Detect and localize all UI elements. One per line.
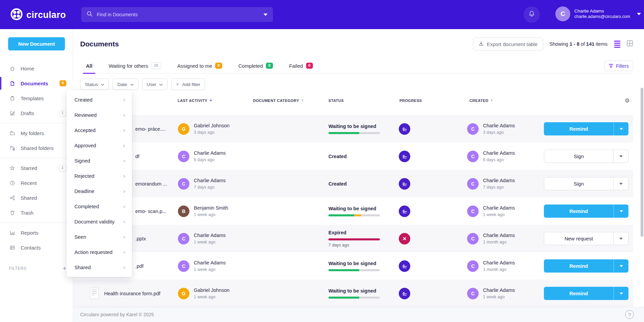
tab-assigned-to-me[interactable]: Assigned to me 0: [171, 58, 228, 73]
download-icon: [479, 41, 484, 47]
sidebar-item-templates[interactable]: Templates: [0, 91, 73, 106]
table-row[interactable]: df C Charlie Adams6 days ago Created C C…: [73, 143, 633, 170]
list-view-icon[interactable]: [614, 41, 620, 48]
document-name[interactable]: .pptx: [135, 236, 146, 241]
column-header-document-category[interactable]: DOCUMENT CATEGORY▲▼: [253, 99, 304, 103]
sign-button[interactable]: Sign: [544, 177, 628, 190]
sidebar-item-shared[interactable]: Shared: [0, 190, 73, 205]
tab-completed[interactable]: Completed 0: [233, 58, 279, 73]
status-menu-item-deadline[interactable]: Deadline ›: [67, 184, 132, 199]
search-input[interactable]: [97, 12, 259, 17]
progress-bar: [328, 238, 380, 240]
new-document-button[interactable]: New Document: [8, 37, 65, 50]
circularo-logo[interactable]: circularo: [10, 8, 66, 22]
failed-icon[interactable]: ×: [399, 233, 410, 244]
status-menu-item-rejected[interactable]: Rejected ›: [67, 168, 132, 184]
tab-all[interactable]: All: [80, 58, 98, 73]
status-menu-item-reviewed[interactable]: Reviewed ›: [67, 107, 132, 123]
user-avatar: C: [555, 6, 570, 21]
status-menu-item-signed[interactable]: Signed ›: [67, 153, 132, 168]
status-menu-item-accepted[interactable]: Accepted ›: [67, 123, 132, 138]
filter-chip-status[interactable]: Status: [80, 79, 109, 90]
signature-icon[interactable]: [399, 206, 410, 217]
document-name[interactable]: df: [135, 154, 139, 159]
status-menu-item-created[interactable]: Created ›: [67, 92, 132, 107]
notifications-button[interactable]: [524, 6, 540, 23]
action-dropdown-caret[interactable]: [614, 122, 628, 135]
sidebar-item-contacts[interactable]: Contacts: [0, 240, 73, 255]
filter-chip-date[interactable]: Date: [113, 79, 138, 90]
grid-view-icon[interactable]: [626, 40, 633, 48]
help-button[interactable]: ?: [625, 310, 634, 319]
status-menu-item-seen[interactable]: Seen ›: [67, 229, 132, 244]
new-request-button[interactable]: New request: [544, 232, 628, 245]
column-header-status[interactable]: STATUS: [328, 99, 344, 103]
sidebar-item-home[interactable]: Home: [0, 61, 73, 76]
filter-chip-add-filter[interactable]: + Add filter: [171, 79, 205, 90]
count-badge: 0: [60, 80, 66, 86]
document-tabs: All Waiting for others 26 Assigned to me…: [80, 58, 633, 73]
action-dropdown-caret[interactable]: [614, 259, 628, 273]
remind-button[interactable]: Remind: [544, 205, 628, 218]
avatar: C: [178, 151, 189, 162]
status-menu-item-approved[interactable]: Approved ›: [67, 138, 132, 153]
remind-button[interactable]: Remind: [544, 122, 628, 135]
sidebar-item-my-folders[interactable]: My folders: [0, 126, 73, 141]
export-document-table-button[interactable]: Export document table: [473, 38, 543, 50]
column-header-progress[interactable]: PROGRESS: [399, 99, 422, 103]
document-name[interactable]: .pdf: [135, 263, 143, 269]
document-name[interactable]: emorandum ...: [135, 181, 167, 187]
filters-button[interactable]: Filters: [604, 61, 633, 71]
document-table: emo- práce.... G Gabriel Johnson3 days a…: [73, 115, 633, 307]
created-cell: C Charlie Adams3 days ago: [467, 115, 515, 143]
sign-button[interactable]: Sign: [544, 150, 628, 163]
table-row[interactable]: Health insurance form.pdf G Gabriel John…: [73, 280, 633, 307]
sidebar-item-drafts[interactable]: Drafts 1: [0, 106, 73, 121]
global-search[interactable]: [81, 7, 273, 22]
tab-waiting-for-others[interactable]: Waiting for others 26: [103, 58, 167, 73]
signature-icon[interactable]: [399, 151, 410, 162]
tab-failed[interactable]: Failed 0: [283, 58, 319, 73]
table-settings-gear-icon[interactable]: ⚙: [625, 97, 630, 104]
column-header-last-activity[interactable]: LAST ACTIVITY▼: [178, 99, 212, 103]
status-menu-item-action-requested[interactable]: Action requested ›: [67, 244, 132, 260]
action-dropdown-caret[interactable]: [614, 205, 628, 218]
table-row[interactable]: emorandum ... C Charlie Adams7 days ago …: [73, 170, 633, 197]
action-dropdown-caret[interactable]: [613, 232, 628, 245]
status-menu-item-shared[interactable]: Shared ›: [67, 260, 132, 275]
table-row[interactable]: emo- scan.p... B Benjamin Smith1 week ag…: [73, 197, 633, 225]
sidebar-item-starred[interactable]: Starred 1: [0, 160, 73, 175]
document-name[interactable]: Health insurance form.pdf: [104, 291, 160, 296]
remind-button[interactable]: Remind: [544, 259, 628, 273]
sidebar-item-trash[interactable]: Trash: [0, 205, 73, 220]
table-row[interactable]: emo- práce.... G Gabriel Johnson3 days a…: [73, 115, 633, 143]
search-scope-caret-icon[interactable]: [263, 14, 268, 16]
remind-button[interactable]: Remind: [544, 287, 628, 300]
action-dropdown-caret[interactable]: [613, 177, 628, 190]
signature-icon[interactable]: [399, 178, 410, 190]
document-name[interactable]: emo- práce....: [135, 126, 165, 132]
signature-icon[interactable]: [399, 288, 410, 299]
sidebar-item-documents[interactable]: Documents 0: [0, 76, 73, 91]
column-header-created[interactable]: CREATED▲▼: [469, 99, 493, 103]
sidebar-item-reports[interactable]: Reports: [0, 225, 73, 240]
document-name[interactable]: emo- scan.p...: [135, 209, 166, 214]
vertical-scrollbar[interactable]: [641, 88, 643, 237]
sidebar-item-recent[interactable]: Recent: [0, 175, 73, 190]
user-menu[interactable]: C Charlie Adams charlie.adams@circularo.…: [555, 6, 641, 21]
action-dropdown-caret[interactable]: [614, 287, 628, 300]
sidebar-item-shared-folders[interactable]: Shared folders: [0, 141, 73, 155]
add-filter-icon[interactable]: +: [63, 265, 66, 272]
action-dropdown-caret[interactable]: [613, 150, 628, 163]
table-row[interactable]: .pptx C Charlie Adams1 week ago Expired …: [73, 225, 633, 252]
signature-icon[interactable]: [399, 123, 410, 135]
documents-icon: [9, 81, 15, 86]
filter-chip-user[interactable]: User: [142, 79, 168, 90]
table-row[interactable]: .pdf C Charlie Adams1 week ago Waiting t…: [73, 252, 633, 280]
status-menu-item-document-validity[interactable]: Document validity ›: [67, 214, 132, 229]
signature-icon[interactable]: [399, 260, 410, 272]
status-menu-item-completed[interactable]: Completed ›: [67, 199, 132, 214]
sort-desc-icon: ▼: [209, 99, 212, 102]
divider: [0, 158, 73, 158]
document-thumbnail: [90, 288, 98, 299]
